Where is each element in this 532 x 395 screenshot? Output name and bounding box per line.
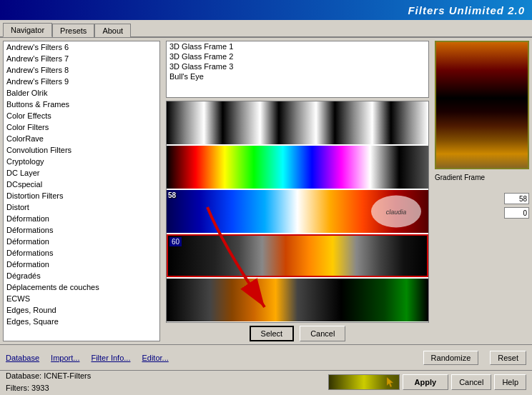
main-content: Andrew's Filters 6 Andrew's Filters 7 An… bbox=[0, 38, 532, 344]
tab-about[interactable]: About bbox=[94, 24, 131, 37]
right-panel: Gradient Frame 58 0 bbox=[432, 38, 532, 344]
preview-strip-4[interactable]: 60 bbox=[167, 234, 428, 277]
help-button[interactable]: Help bbox=[494, 374, 526, 390]
watermark: claudia bbox=[371, 196, 421, 228]
apply-area: Apply Cancel Help bbox=[328, 374, 526, 390]
editor-link[interactable]: Editor... bbox=[142, 354, 168, 362]
status-bar: Database: ICNET-Filters Filters: 3933 Ap… bbox=[0, 370, 532, 393]
list-item[interactable]: Edges, Round bbox=[4, 304, 159, 316]
param-value-2: 0 bbox=[504, 207, 529, 219]
param-row-2: 0 bbox=[435, 207, 529, 219]
filter-list-panel[interactable]: Andrew's Filters 6 Andrew's Filters 7 An… bbox=[3, 41, 160, 341]
list-item[interactable]: Déformation bbox=[4, 259, 159, 270]
color-preview-strip bbox=[328, 374, 400, 390]
list-item[interactable]: Déformations bbox=[4, 224, 159, 236]
filter-name-item[interactable]: 3D Glass Frame 1 bbox=[167, 41, 428, 51]
status-cancel-button[interactable]: Cancel bbox=[451, 374, 491, 390]
reset-button[interactable]: Reset bbox=[490, 351, 526, 365]
title-bar: Filters Unlimited 2.0 bbox=[0, 0, 532, 20]
preview-grid[interactable]: 58 claudia 60 bbox=[166, 101, 429, 323]
list-item[interactable]: DC Layer bbox=[4, 167, 159, 179]
list-item[interactable]: Andrew's Filters 7 bbox=[4, 53, 159, 64]
preview-strip-1[interactable] bbox=[167, 101, 428, 144]
param-row-1: 58 bbox=[435, 193, 529, 204]
preview-buttons: Select Cancel bbox=[166, 326, 429, 341]
tab-presets[interactable]: Presets bbox=[52, 24, 94, 37]
list-item[interactable]: Distortion Filters bbox=[4, 190, 159, 201]
cursor-icon bbox=[385, 377, 395, 389]
randomize-button[interactable]: Randomize bbox=[423, 351, 479, 365]
list-item[interactable]: Dégradés bbox=[4, 270, 159, 281]
list-item[interactable]: Balder Olrik bbox=[4, 87, 159, 99]
center-area: 3D Glass Frame 1 3D Glass Frame 2 3D Gla… bbox=[163, 38, 432, 344]
status-filters: Filters: 3933 bbox=[6, 382, 91, 394]
list-item[interactable]: Distort bbox=[4, 201, 159, 213]
list-item[interactable]: Andrew's Filters 8 bbox=[4, 64, 159, 76]
preview-strip-3[interactable]: 58 claudia bbox=[167, 190, 428, 233]
apply-button[interactable]: Apply bbox=[403, 374, 449, 390]
filter-info-link[interactable]: Filter Info... bbox=[91, 354, 130, 362]
list-item[interactable]: ColorRave bbox=[4, 133, 159, 144]
svg-marker-1 bbox=[387, 377, 393, 387]
gradient-preview bbox=[435, 41, 529, 169]
gradient-label: Gradient Frame bbox=[435, 174, 529, 181]
bottom-toolbar: Database Import... Filter Info... Editor… bbox=[0, 344, 532, 370]
list-item[interactable]: Déformation bbox=[4, 213, 159, 224]
filter-name-item[interactable]: 3D Glass Frame 3 bbox=[167, 61, 428, 71]
strip-label: 60 bbox=[169, 237, 182, 246]
list-item[interactable]: Déformations bbox=[4, 247, 159, 259]
strip-number: 58 bbox=[168, 191, 176, 199]
cancel-preview-button[interactable]: Cancel bbox=[300, 326, 345, 341]
list-item[interactable]: ECWS bbox=[4, 293, 159, 304]
filter-name-item[interactable]: Bull's Eye bbox=[167, 71, 428, 81]
status-db: Database: ICNET-Filters bbox=[6, 370, 91, 382]
status-info: Database: ICNET-Filters Filters: 3933 bbox=[6, 370, 91, 394]
list-item[interactable]: Andrew's Filters 9 bbox=[4, 76, 159, 87]
tabs-row: Navigator Presets About bbox=[0, 20, 532, 38]
list-item[interactable]: Buttons & Frames bbox=[4, 99, 159, 110]
import-link[interactable]: Import... bbox=[51, 354, 79, 362]
list-item[interactable]: Edges, Square bbox=[4, 316, 159, 327]
param-value-1: 58 bbox=[504, 193, 529, 204]
select-button[interactable]: Select bbox=[250, 326, 295, 341]
app-title: Filters Unlimited 2.0 bbox=[408, 4, 525, 16]
list-item[interactable]: Cryptology bbox=[4, 156, 159, 167]
list-item[interactable]: Color Filters bbox=[4, 121, 159, 133]
preview-strip-2[interactable] bbox=[167, 146, 428, 189]
list-item[interactable]: Convolution Filters bbox=[4, 144, 159, 156]
database-link[interactable]: Database bbox=[6, 354, 39, 362]
preview-strip-5[interactable] bbox=[167, 279, 428, 321]
list-item[interactable]: DCspecial bbox=[4, 179, 159, 190]
list-item[interactable]: Déplacements de couches bbox=[4, 281, 159, 293]
tab-navigator[interactable]: Navigator bbox=[3, 23, 52, 37]
list-item[interactable]: Color Effects bbox=[4, 110, 159, 121]
filter-name-item[interactable]: 3D Glass Frame 2 bbox=[167, 51, 428, 61]
filter-names-list[interactable]: 3D Glass Frame 1 3D Glass Frame 2 3D Gla… bbox=[166, 41, 429, 98]
list-item[interactable]: Andrew's Filters 6 bbox=[4, 41, 159, 53]
list-item[interactable]: Déformation bbox=[4, 236, 159, 247]
